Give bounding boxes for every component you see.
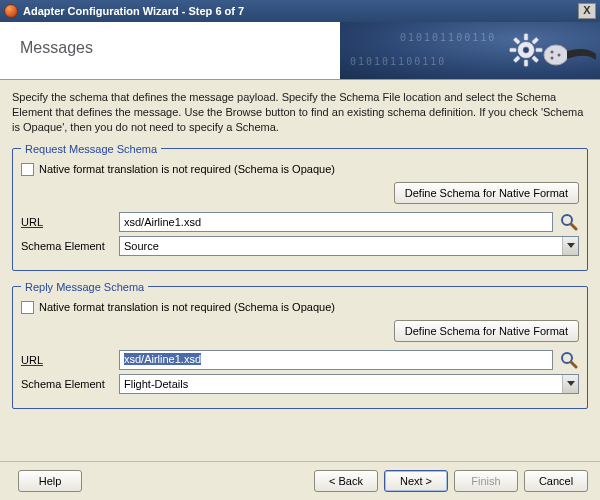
svg-rect-7 <box>513 56 520 63</box>
request-opaque-label: Native format translation is not require… <box>39 163 335 175</box>
svg-point-12 <box>551 57 554 60</box>
reply-opaque-checkbox[interactable] <box>21 301 34 314</box>
back-button[interactable]: < Back <box>314 470 378 492</box>
magnifier-icon <box>560 213 578 231</box>
reply-schema-group: Reply Message Schema Native format trans… <box>12 281 588 409</box>
close-button[interactable]: X <box>578 3 596 19</box>
request-element-select[interactable]: Source <box>119 236 579 256</box>
reply-element-value: Flight-Details <box>124 378 188 390</box>
reply-opaque-label: Native format translation is not require… <box>39 301 335 313</box>
chevron-down-icon <box>562 375 578 393</box>
reply-element-select[interactable]: Flight-Details <box>119 374 579 394</box>
magnifier-icon <box>560 351 578 369</box>
binary-deco: 010101100110 <box>400 32 496 43</box>
banner-art: 010101100110 010101100110 <box>340 22 600 79</box>
reply-browse-button[interactable] <box>559 350 579 370</box>
page-heading: Messages <box>20 39 93 57</box>
reply-url-label: URL <box>21 354 113 366</box>
request-schema-group: Request Message Schema Native format tra… <box>12 143 588 271</box>
reply-element-label: Schema Element <box>21 378 113 390</box>
next-button[interactable]: Next > <box>384 470 448 492</box>
request-url-label: URL <box>21 216 113 228</box>
svg-line-17 <box>571 362 576 367</box>
binary-deco: 010101100110 <box>350 56 446 67</box>
svg-line-15 <box>571 224 576 229</box>
svg-rect-9 <box>532 56 539 63</box>
request-element-value: Source <box>124 240 159 252</box>
wizard-footer: Help < Back Next > Finish Cancel <box>0 461 600 500</box>
svg-rect-2 <box>524 34 528 40</box>
titlebar: Adapter Configuration Wizard - Step 6 of… <box>0 0 600 22</box>
content-area: Specify the schema that defines the mess… <box>0 80 600 427</box>
intro-text: Specify the schema that defines the mess… <box>12 90 588 135</box>
app-icon <box>4 4 18 18</box>
request-legend: Request Message Schema <box>21 143 161 155</box>
reply-url-input[interactable]: xsd/Airline1.xsd <box>119 350 553 370</box>
svg-rect-3 <box>524 60 528 66</box>
help-button[interactable]: Help <box>18 470 82 492</box>
svg-point-13 <box>558 54 561 57</box>
finish-button: Finish <box>454 470 518 492</box>
request-define-schema-button[interactable]: Define Schema for Native Format <box>394 182 579 204</box>
chevron-down-icon <box>562 237 578 255</box>
svg-rect-6 <box>532 37 539 44</box>
svg-rect-8 <box>513 37 520 44</box>
cancel-button[interactable]: Cancel <box>524 470 588 492</box>
reply-define-schema-button[interactable]: Define Schema for Native Format <box>394 320 579 342</box>
request-url-input[interactable] <box>119 212 553 232</box>
svg-point-10 <box>544 45 568 65</box>
request-browse-button[interactable] <box>559 212 579 232</box>
plug-icon <box>542 40 596 70</box>
svg-rect-4 <box>510 48 516 52</box>
request-opaque-checkbox[interactable] <box>21 163 34 176</box>
svg-point-11 <box>551 51 554 54</box>
gear-icon <box>508 32 544 68</box>
request-element-label: Schema Element <box>21 240 113 252</box>
window-title: Adapter Configuration Wizard - Step 6 of… <box>23 5 578 17</box>
banner: Messages 010101100110 010101100110 <box>0 22 600 80</box>
svg-point-1 <box>523 47 529 53</box>
reply-legend: Reply Message Schema <box>21 281 148 293</box>
